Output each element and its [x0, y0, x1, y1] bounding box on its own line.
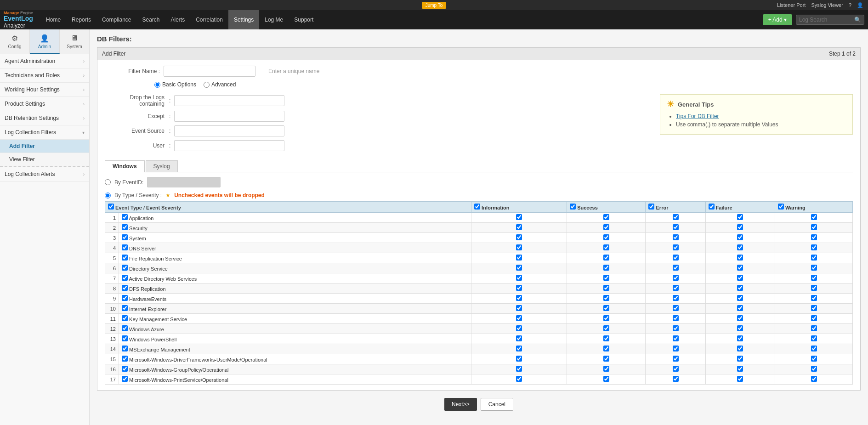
row-event-checkbox[interactable]	[122, 356, 128, 362]
sidebar-item-agent-administration[interactable]: Agent Administration ›	[0, 54, 89, 68]
row-success-checkbox[interactable]	[603, 356, 609, 362]
sidebar-icon-admin[interactable]: 👤 Admin	[30, 29, 60, 54]
row-failure-checkbox[interactable]	[737, 305, 743, 311]
row-success-checkbox[interactable]	[603, 224, 609, 230]
nav-compliance[interactable]: Compliance	[96, 10, 136, 29]
row-error-checkbox[interactable]	[673, 275, 679, 281]
row-failure-checkbox[interactable]	[737, 315, 743, 321]
sidebar-item-product-settings[interactable]: Product Settings ›	[0, 97, 89, 111]
row-failure-checkbox[interactable]	[737, 366, 743, 372]
col-failure-checkbox[interactable]	[709, 204, 715, 210]
row-failure-checkbox[interactable]	[737, 325, 743, 331]
row-info-checkbox[interactable]	[516, 295, 522, 301]
row-event-checkbox[interactable]	[122, 376, 128, 382]
help-link[interactable]: ?	[849, 2, 851, 8]
event-source-input[interactable]	[174, 125, 284, 136]
row-error-checkbox[interactable]	[673, 376, 679, 382]
row-info-checkbox[interactable]	[516, 356, 522, 362]
user-input[interactable]	[174, 140, 284, 151]
sidebar-item-log-collection-filters[interactable]: Log Collection Filters ▾	[0, 125, 89, 140]
row-event-checkbox[interactable]	[122, 285, 128, 291]
nav-reports[interactable]: Reports	[66, 10, 96, 29]
row-failure-checkbox[interactable]	[737, 295, 743, 301]
nav-support[interactable]: Support	[289, 10, 319, 29]
basic-options-label[interactable]: Basic Options	[154, 81, 196, 88]
basic-options-radio[interactable]	[154, 82, 160, 88]
row-info-checkbox[interactable]	[516, 214, 522, 220]
row-success-checkbox[interactable]	[603, 234, 609, 240]
row-info-checkbox[interactable]	[516, 305, 522, 311]
drop-logs-input[interactable]	[174, 95, 284, 106]
col-information-checkbox[interactable]	[474, 204, 480, 210]
row-success-checkbox[interactable]	[603, 265, 609, 271]
row-warning-checkbox[interactable]	[811, 366, 817, 372]
user-icon[interactable]: 👤	[857, 2, 863, 8]
row-error-checkbox[interactable]	[673, 346, 679, 351]
search-input[interactable]	[799, 17, 854, 23]
listener-port-link[interactable]: Listener Port	[777, 2, 806, 8]
row-warning-checkbox[interactable]	[811, 285, 817, 291]
nav-settings[interactable]: Settings	[228, 10, 259, 29]
row-event-checkbox[interactable]	[122, 234, 128, 240]
sidebar-sub-view-filter[interactable]: View Filter	[0, 153, 89, 166]
row-info-checkbox[interactable]	[516, 244, 522, 250]
row-success-checkbox[interactable]	[603, 214, 609, 220]
except-input[interactable]	[174, 111, 284, 122]
row-failure-checkbox[interactable]	[737, 265, 743, 271]
tab-syslog[interactable]: Syslog	[146, 160, 178, 172]
search-icon[interactable]: 🔍	[854, 17, 861, 23]
row-error-checkbox[interactable]	[673, 295, 679, 301]
row-info-checkbox[interactable]	[516, 275, 522, 281]
row-error-checkbox[interactable]	[673, 305, 679, 311]
add-button[interactable]: + Add ▾	[763, 14, 792, 25]
row-error-checkbox[interactable]	[673, 244, 679, 250]
col-error-checkbox[interactable]	[648, 204, 654, 210]
row-success-checkbox[interactable]	[603, 315, 609, 321]
row-event-checkbox[interactable]	[122, 305, 128, 311]
row-failure-checkbox[interactable]	[737, 234, 743, 240]
row-error-checkbox[interactable]	[673, 335, 679, 341]
sidebar-icon-config[interactable]: ⚙ Config	[0, 29, 30, 54]
row-warning-checkbox[interactable]	[811, 214, 817, 220]
row-error-checkbox[interactable]	[673, 285, 679, 291]
row-failure-checkbox[interactable]	[737, 356, 743, 362]
row-event-checkbox[interactable]	[122, 315, 128, 321]
row-success-checkbox[interactable]	[603, 325, 609, 331]
row-error-checkbox[interactable]	[673, 265, 679, 271]
row-failure-checkbox[interactable]	[737, 255, 743, 261]
col-warning-checkbox[interactable]	[778, 204, 784, 210]
sidebar-sub-add-filter[interactable]: Add Filter	[0, 140, 89, 153]
row-warning-checkbox[interactable]	[811, 315, 817, 321]
row-event-checkbox[interactable]	[122, 265, 128, 271]
row-info-checkbox[interactable]	[516, 255, 522, 261]
nav-correlation[interactable]: Correlation	[190, 10, 228, 29]
sidebar-item-working-hour[interactable]: Working Hour Settings ›	[0, 83, 89, 97]
row-failure-checkbox[interactable]	[737, 285, 743, 291]
tips-link-1[interactable]: Tips For DB Filter	[676, 113, 719, 119]
row-error-checkbox[interactable]	[673, 234, 679, 240]
row-success-checkbox[interactable]	[603, 305, 609, 311]
search-box[interactable]: 🔍	[796, 15, 864, 25]
row-warning-checkbox[interactable]	[811, 376, 817, 382]
row-info-checkbox[interactable]	[516, 346, 522, 351]
row-error-checkbox[interactable]	[673, 214, 679, 220]
row-event-checkbox[interactable]	[122, 214, 128, 220]
row-error-checkbox[interactable]	[673, 366, 679, 372]
sidebar-item-technicians-roles[interactable]: Technicians and Roles ›	[0, 68, 89, 83]
jump-to-label[interactable]: Jump To	[422, 2, 447, 9]
by-eventid-input[interactable]	[147, 177, 221, 187]
row-info-checkbox[interactable]	[516, 265, 522, 271]
sidebar-icon-system[interactable]: 🖥 System	[60, 29, 89, 54]
row-error-checkbox[interactable]	[673, 325, 679, 331]
row-info-checkbox[interactable]	[516, 285, 522, 291]
row-failure-checkbox[interactable]	[737, 376, 743, 382]
row-success-checkbox[interactable]	[603, 285, 609, 291]
row-warning-checkbox[interactable]	[811, 335, 817, 341]
row-success-checkbox[interactable]	[603, 255, 609, 261]
row-event-checkbox[interactable]	[122, 224, 128, 230]
row-event-checkbox[interactable]	[122, 335, 128, 341]
row-success-checkbox[interactable]	[603, 346, 609, 351]
nav-logme[interactable]: Log Me	[259, 10, 289, 29]
row-warning-checkbox[interactable]	[811, 265, 817, 271]
nav-alerts[interactable]: Alerts	[165, 10, 191, 29]
